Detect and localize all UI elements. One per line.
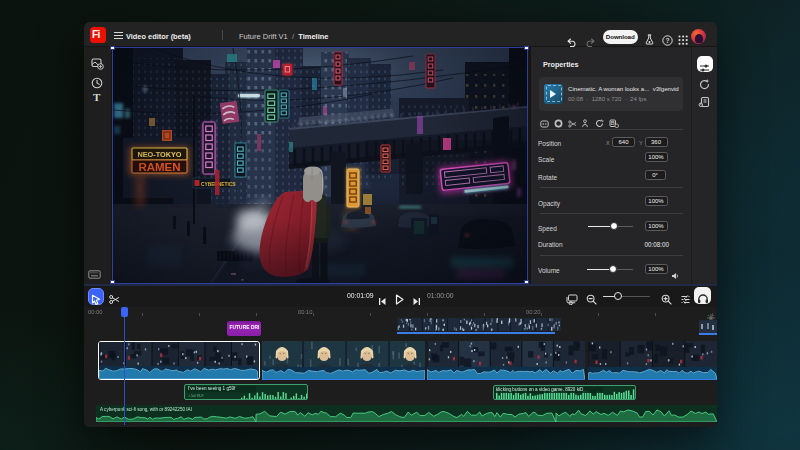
- svg-text:?: ?: [666, 36, 670, 43]
- svg-text:B: B: [611, 120, 615, 126]
